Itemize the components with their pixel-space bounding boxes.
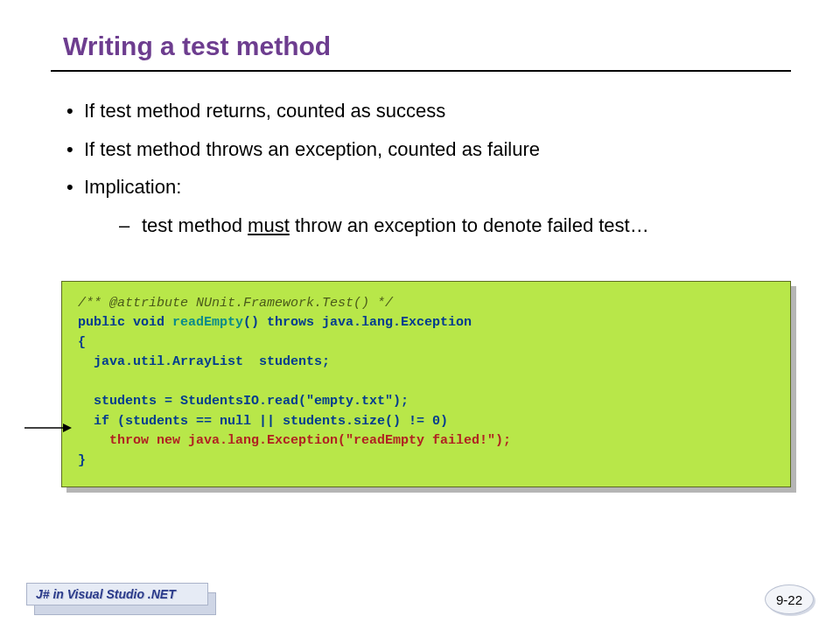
title-rule (51, 70, 791, 72)
footer-bar: J# in Visual Studio .NET (26, 583, 208, 606)
code-line-6: students = StudentsIO.read("empty.txt"); (78, 394, 409, 409)
code-line-8: throw new java.lang.Exception("readEmpty… (78, 433, 511, 448)
arrow-icon (24, 423, 74, 424)
code-line-1: /** @attribute NUnit.Framework.Test() */ (78, 296, 393, 311)
code-line-9: } (78, 453, 86, 468)
page-number-wrap: 9-22 (763, 583, 814, 614)
code-line-3: { (78, 335, 86, 350)
code-line-7: if (students == null || students.size() … (78, 414, 448, 429)
code-block-wrap: /** @attribute NUnit.Framework.Test() */… (61, 281, 791, 488)
code-line-2c: () throws java.lang.Exception (243, 315, 472, 330)
code-line-2a: public void (78, 315, 172, 330)
footer-label: J# in Visual Studio .NET (36, 587, 176, 601)
bullet-3-text: Implication: (84, 176, 181, 198)
page-number-oval: 9-22 (765, 584, 814, 614)
svg-marker-1 (63, 424, 72, 432)
bullet-list: If test method returns, counted as succe… (63, 98, 791, 239)
bullet-2: If test method throws an exception, coun… (63, 136, 791, 163)
bullet-3: Implication: test method must throw an e… (63, 174, 791, 238)
code-line-2b: readEmpty (172, 315, 243, 330)
sub-1-post: throw an exception to denote failed test… (290, 214, 649, 236)
bullet-1: If test method returns, counted as succe… (63, 98, 791, 124)
code-block: /** @attribute NUnit.Framework.Test() */… (61, 281, 791, 488)
page-number: 9-22 (776, 592, 802, 607)
sub-list: test method must throw an exception to d… (119, 213, 791, 239)
code-line-4: java.util.ArrayList students; (78, 354, 330, 369)
sub-1: test method must throw an exception to d… (119, 213, 791, 239)
slide-title: Writing a test method (63, 32, 791, 61)
sub-1-underline: must (248, 214, 290, 236)
footer: J# in Visual Studio .NET 9-22 (26, 583, 814, 612)
sub-1-pre: test method (142, 214, 248, 236)
